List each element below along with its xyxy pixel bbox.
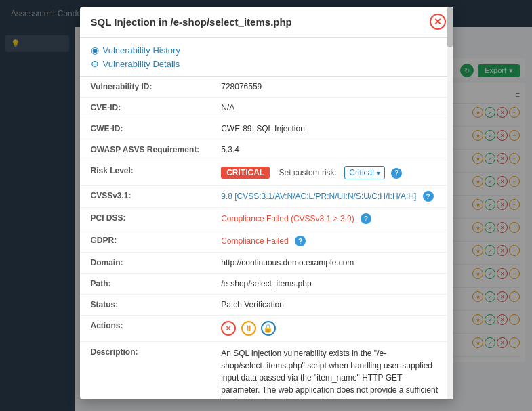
risk-level-row: Risk Level: CRITICAL Set custom risk: Cr…	[80, 160, 453, 186]
actions-value: ✕ ⏸ 🔒	[210, 316, 452, 342]
reject-action-icon[interactable]: ✕	[221, 321, 236, 336]
status-row: Status: Patch Verification	[80, 295, 453, 316]
field-value: 728076559	[210, 77, 452, 98]
cvss-link[interactable]: 9.8 [CVSS:3.1/AV:N/AC:L/PR:N/UI:N/S:U/C:…	[221, 192, 416, 201]
gdpr-value: Compliance Failed ?	[210, 230, 452, 253]
cvss-help-icon[interactable]: ?	[423, 191, 434, 202]
field-label: CVE-ID:	[80, 98, 211, 118]
risk-value-cell: CRITICAL Set custom risk: Critical ▾ ?	[210, 160, 452, 186]
actions-row: Actions: ✕ ⏸ 🔒	[80, 316, 453, 342]
modal-title: SQL Injection in /e-shop/select_items.ph…	[91, 16, 292, 28]
risk-help-icon[interactable]: ?	[391, 168, 402, 179]
pci-row: PCI DSS: Compliance Failed (CVSSv3.1 > 3…	[80, 208, 453, 230]
table-row: Vulnerability ID: 728076559	[80, 77, 453, 98]
risk-label-cell: Risk Level:	[80, 160, 211, 186]
cvss-label: CVSSv3.1:	[80, 186, 211, 208]
field-label: CWE-ID:	[80, 118, 211, 139]
vulnerability-history-nav[interactable]: ◉ Vulnerability History	[91, 45, 442, 56]
path-row: Path: /e-shop/select_items.php	[80, 274, 453, 295]
field-label: Vulnerability ID:	[80, 77, 211, 98]
modal-body: Vulnerability ID: 728076559 CVE-ID: N/A …	[80, 77, 453, 399]
modal-navigation: ◉ Vulnerability History ⊖ Vulnerability …	[80, 38, 453, 77]
domain-row: Domain: http://continuous.demo.example.c…	[80, 253, 453, 274]
status-value: Patch Verification	[210, 295, 452, 316]
accept-action-icon[interactable]: 🔒	[261, 321, 276, 336]
actions-label: Actions:	[80, 316, 211, 342]
field-value: CWE-89: SQL Injection	[210, 118, 452, 139]
gdpr-row: GDPR: Compliance Failed ?	[80, 230, 453, 253]
modal-overlay: SQL Injection in /e-shop/select_items.ph…	[0, 0, 532, 411]
critical-badge: CRITICAL	[221, 167, 270, 179]
status-label: Status:	[80, 295, 211, 316]
field-value: 5.3.4	[210, 139, 452, 160]
detail-table: Vulnerability ID: 728076559 CVE-ID: N/A …	[80, 77, 453, 399]
custom-risk-select[interactable]: Critical ▾	[344, 166, 385, 179]
scrollbar-track[interactable]	[447, 7, 453, 399]
description-value: An SQL injection vulnerability exists in…	[210, 342, 452, 400]
table-row: OWASP ASVS Requirement: 5.3.4	[80, 139, 453, 160]
domain-value: http://continuous.demo.example.com	[210, 253, 452, 274]
gdpr-label: GDPR:	[80, 230, 211, 253]
field-value: N/A	[210, 98, 452, 118]
chevron-down-icon: ▾	[377, 169, 380, 177]
field-label: OWASP ASVS Requirement:	[80, 139, 211, 160]
scrollbar-thumb[interactable]	[447, 7, 453, 47]
close-button[interactable]: ✕	[430, 14, 446, 30]
table-row: CWE-ID: CWE-89: SQL Injection	[80, 118, 453, 139]
description-row: Description: An SQL injection vulnerabil…	[80, 342, 453, 400]
pci-value: Compliance Failed (CVSSv3.1 > 3.9) ?	[210, 208, 452, 230]
pci-label: PCI DSS:	[80, 208, 211, 230]
table-row: CVE-ID: N/A	[80, 98, 453, 118]
path-label: Path:	[80, 274, 211, 295]
description-label: Description:	[80, 342, 211, 400]
set-custom-risk-label: Set custom risk:	[279, 168, 337, 177]
gdpr-help-icon[interactable]: ?	[295, 236, 306, 246]
vulnerability-details-nav[interactable]: ⊖ Vulnerability Details	[91, 58, 442, 69]
circle-icon: ◉	[91, 45, 99, 56]
pci-help-icon[interactable]: ?	[361, 213, 371, 224]
path-value: /e-shop/select_items.php	[210, 274, 452, 295]
cvss-row: CVSSv3.1: 9.8 [CVSS:3.1/AV:N/AC:L/PR:N/U…	[80, 186, 453, 208]
modal-header: SQL Injection in /e-shop/select_items.ph…	[80, 7, 453, 38]
minus-circle-icon: ⊖	[91, 58, 99, 69]
defer-action-icon[interactable]: ⏸	[241, 321, 256, 336]
vulnerability-detail-modal: SQL Injection in /e-shop/select_items.ph…	[80, 7, 453, 399]
cvss-value: 9.8 [CVSS:3.1/AV:N/AC:L/PR:N/UI:N/S:U/C:…	[210, 186, 452, 208]
domain-label: Domain:	[80, 253, 211, 274]
description-text: An SQL injection vulnerability exists in…	[221, 347, 441, 399]
